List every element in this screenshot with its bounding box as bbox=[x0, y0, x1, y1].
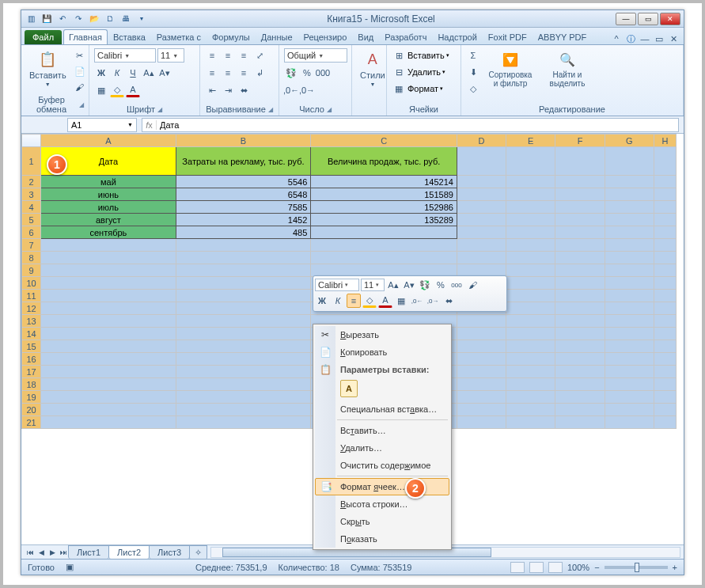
tab-abbyy[interactable]: ABBYY PDF bbox=[533, 29, 593, 44]
ctx-delete[interactable]: Удалить… bbox=[315, 439, 449, 457]
merge-icon[interactable]: ⬌ bbox=[237, 83, 251, 97]
cell[interactable] bbox=[555, 328, 605, 340]
row-header-4[interactable]: 4 bbox=[22, 201, 41, 214]
cell[interactable] bbox=[506, 416, 555, 429]
row-header-15[interactable]: 15 bbox=[22, 340, 41, 353]
mini-fill-color-icon[interactable]: ◇ bbox=[362, 294, 377, 308]
cell[interactable] bbox=[176, 404, 311, 416]
cell[interactable] bbox=[555, 416, 605, 429]
cell[interactable] bbox=[41, 290, 176, 302]
sheet-nav-first-icon[interactable]: ⏮ bbox=[25, 548, 36, 556]
tab-pagelayout[interactable]: Разметка с bbox=[151, 29, 207, 44]
view-normal-icon[interactable] bbox=[510, 562, 525, 573]
cell[interactable] bbox=[555, 226, 605, 239]
workbook-min-icon[interactable]: — bbox=[639, 33, 650, 44]
cell[interactable] bbox=[605, 353, 654, 366]
qat-dropdown-icon[interactable]: ▼ bbox=[135, 13, 148, 25]
row-header-14[interactable]: 14 bbox=[22, 328, 41, 340]
align-middle-icon[interactable]: ≡ bbox=[221, 48, 235, 63]
cell[interactable] bbox=[41, 252, 176, 264]
comma-icon[interactable]: 000 bbox=[316, 66, 330, 80]
cell[interactable] bbox=[41, 404, 176, 416]
cell[interactable] bbox=[41, 239, 176, 252]
cell[interactable] bbox=[176, 302, 311, 315]
cell[interactable] bbox=[176, 290, 311, 302]
view-layout-icon[interactable] bbox=[529, 562, 544, 573]
cell[interactable] bbox=[654, 264, 676, 277]
cell[interactable] bbox=[605, 226, 654, 239]
tab-data[interactable]: Данные bbox=[256, 29, 298, 44]
cell[interactable] bbox=[605, 378, 654, 391]
cell[interactable] bbox=[457, 391, 506, 404]
minimize-button[interactable]: — bbox=[616, 13, 636, 25]
tab-view[interactable]: Вид bbox=[352, 29, 379, 44]
new-sheet-button[interactable]: ✧ bbox=[189, 545, 207, 560]
cell[interactable] bbox=[555, 378, 605, 391]
cell[interactable] bbox=[605, 340, 654, 353]
cell[interactable] bbox=[654, 315, 676, 328]
col-header-E[interactable]: E bbox=[506, 135, 555, 147]
cell[interactable] bbox=[41, 391, 176, 404]
decrease-indent-icon[interactable]: ⇤ bbox=[205, 83, 219, 97]
cell[interactable] bbox=[506, 302, 555, 315]
col-header-F[interactable]: F bbox=[555, 135, 605, 147]
autosum-icon[interactable]: Σ bbox=[466, 48, 480, 63]
cell[interactable] bbox=[555, 366, 605, 378]
mini-inc-decimal-icon[interactable]: ,0← bbox=[410, 294, 424, 308]
ctx-format-cells[interactable]: 📑Формат ячеек… bbox=[315, 478, 449, 495]
cut-icon[interactable]: ✂ bbox=[73, 48, 87, 63]
cell[interactable] bbox=[654, 239, 676, 252]
tab-review[interactable]: Рецензиро bbox=[298, 29, 353, 44]
cell[interactable] bbox=[41, 340, 176, 353]
cell[interactable] bbox=[176, 277, 311, 290]
bold-button[interactable]: Ж bbox=[94, 66, 108, 80]
cell[interactable] bbox=[654, 188, 676, 201]
fill-icon[interactable]: ⬇ bbox=[466, 65, 480, 79]
cell[interactable] bbox=[605, 315, 654, 328]
increase-indent-icon[interactable]: ⇥ bbox=[221, 83, 235, 97]
cell[interactable] bbox=[41, 315, 176, 328]
align-right-icon[interactable]: ≡ bbox=[237, 66, 251, 80]
number-format-combo[interactable]: Общий▼ bbox=[284, 48, 347, 63]
currency-icon[interactable]: 💱 bbox=[284, 66, 298, 80]
cell[interactable] bbox=[605, 290, 654, 302]
cell[interactable] bbox=[506, 264, 555, 277]
cell[interactable] bbox=[176, 252, 311, 264]
mini-currency-icon[interactable]: 💱 bbox=[418, 278, 432, 292]
cell[interactable] bbox=[41, 378, 176, 391]
cell[interactable]: 135289 bbox=[311, 214, 457, 226]
cell[interactable] bbox=[506, 188, 555, 201]
col-header-D[interactable]: D bbox=[457, 135, 506, 147]
row-header-20[interactable]: 20 bbox=[22, 404, 41, 416]
cell[interactable] bbox=[605, 176, 654, 188]
find-select-button[interactable]: 🔍 Найти и выделить bbox=[540, 48, 594, 89]
cell[interactable] bbox=[41, 416, 176, 429]
cell[interactable]: 1452 bbox=[176, 214, 311, 226]
cell[interactable] bbox=[555, 404, 605, 416]
zoom-slider[interactable] bbox=[605, 566, 668, 569]
fill-color-icon[interactable]: ◇ bbox=[110, 83, 124, 97]
cell[interactable] bbox=[311, 226, 457, 239]
cell[interactable] bbox=[605, 302, 654, 315]
cell[interactable] bbox=[555, 188, 605, 201]
sheet-tab-3[interactable]: Лист3 bbox=[149, 545, 190, 559]
cell[interactable] bbox=[506, 378, 555, 391]
cell[interactable] bbox=[506, 176, 555, 188]
cell[interactable] bbox=[605, 264, 654, 277]
row-header-21[interactable]: 21 bbox=[22, 416, 41, 429]
mini-align-center-icon[interactable]: ≡ bbox=[347, 294, 361, 308]
ctx-hide[interactable]: Скрыть bbox=[315, 513, 449, 530]
cell[interactable] bbox=[457, 239, 506, 252]
row-header-5[interactable]: 5 bbox=[22, 214, 41, 226]
cell[interactable] bbox=[176, 366, 311, 378]
row-header-8[interactable]: 8 bbox=[22, 252, 41, 264]
row-header-9[interactable]: 9 bbox=[22, 264, 41, 277]
cell[interactable] bbox=[654, 366, 676, 378]
decrease-decimal-icon[interactable]: ,0→ bbox=[300, 83, 314, 97]
cells-insert-button[interactable]: ⊞Вставить▾ bbox=[392, 48, 449, 63]
sheet-tab-1[interactable]: Лист1 bbox=[68, 545, 109, 559]
help-icon[interactable]: ⓘ bbox=[625, 33, 636, 44]
cell[interactable] bbox=[506, 226, 555, 239]
cell[interactable] bbox=[654, 290, 676, 302]
tab-addins[interactable]: Надстрой bbox=[432, 29, 482, 44]
